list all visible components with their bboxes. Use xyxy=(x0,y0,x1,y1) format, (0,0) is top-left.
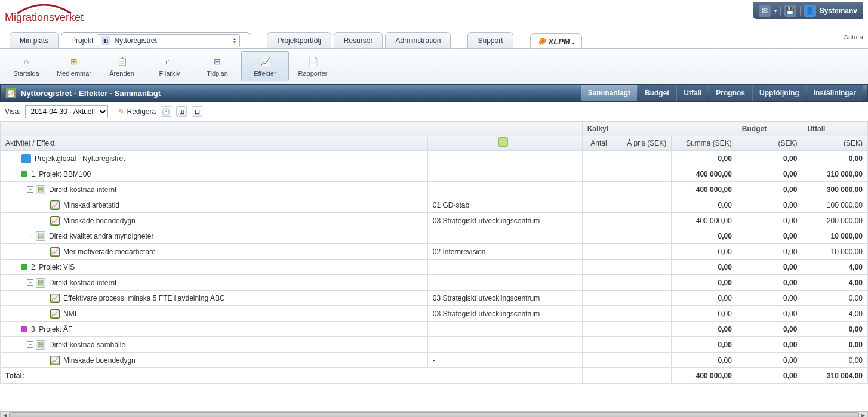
cell-value: 300 000,00 xyxy=(802,182,868,197)
row-dept xyxy=(427,322,582,337)
scroll-thumb[interactable] xyxy=(9,412,859,417)
chart-icon: 📈 xyxy=(50,216,60,226)
date-select[interactable]: 2014-04-30 - Aktuell xyxy=(25,105,108,118)
chart-icon: 📈 xyxy=(50,294,60,303)
cell-value xyxy=(612,260,672,275)
cell-value xyxy=(582,260,612,275)
subtab-utfall[interactable]: Utfall xyxy=(676,85,708,101)
cell-value: 400 000,00 xyxy=(672,213,737,228)
scroll-right-icon[interactable]: ▶ xyxy=(859,412,867,417)
mail-icon[interactable]: ✉ xyxy=(759,5,771,17)
tab-portfolj[interactable]: Projektportfölj xyxy=(267,32,331,48)
total-budget: 0,00 xyxy=(737,368,802,384)
chart-icon: 📈 xyxy=(50,247,60,257)
expand-toggle[interactable]: − xyxy=(13,171,19,177)
save-icon[interactable]: 💾 xyxy=(784,5,796,17)
total-summa: 400 000,00 xyxy=(672,368,737,384)
expand-toggle[interactable]: − xyxy=(27,341,33,348)
cell-value xyxy=(582,213,612,228)
subtab-installningar[interactable]: Inställningar xyxy=(807,85,863,101)
col-summa[interactable]: Summa (SEK) xyxy=(672,135,737,151)
total-utfall: 310 004,00 xyxy=(802,368,868,384)
col-utfall[interactable]: (SEK) xyxy=(802,135,868,151)
tab-min-plats[interactable]: Min plats xyxy=(10,32,59,48)
row-label: 2. Projekt VIS xyxy=(31,263,75,271)
expand-toggle[interactable]: − xyxy=(13,326,19,332)
cell-value xyxy=(582,291,612,306)
col-budget[interactable]: (SEK) xyxy=(737,135,802,151)
table-row[interactable]: −▤Direkt kostnad internt0,000,004,00 xyxy=(1,275,868,291)
cell-value: 0,00 xyxy=(672,197,737,213)
table-row[interactable]: −▤Direkt kvalitet andra myndigheter0,000… xyxy=(1,228,868,244)
cell-value: 400 000,00 xyxy=(672,166,737,182)
subtab-prognos[interactable]: Prognos xyxy=(709,85,752,101)
cell-value: 0,00 xyxy=(802,337,868,353)
chart-icon: 📈 xyxy=(50,356,60,365)
subtab-uppfoljning[interactable]: Uppföljning xyxy=(752,85,806,101)
toolbar-medlemmar[interactable]: ⊞Medlemmar xyxy=(50,51,98,81)
col-note[interactable] xyxy=(427,135,582,151)
archive-icon: 🗃 xyxy=(164,55,176,67)
expand-icon[interactable]: ⊞ xyxy=(176,106,187,117)
tab-support[interactable]: Support xyxy=(467,32,513,48)
row-dept: - xyxy=(427,353,582,368)
table-row[interactable]: 📈Mer motiverade medarbetare02 Internrevi… xyxy=(1,244,868,260)
toolbar-rapporter[interactable]: 📄Rapporter xyxy=(289,51,337,81)
history-icon[interactable]: 🕑 xyxy=(161,106,171,117)
col-antal[interactable]: Antal xyxy=(582,135,612,151)
scroll-left-icon[interactable]: ◀ xyxy=(1,412,9,417)
horizontal-scrollbar[interactable]: ◀ ▶ xyxy=(0,411,868,417)
project-selector[interactable]: ◧ Nyttoregistret ▴▾ xyxy=(97,34,240,47)
subtab-sammanlagt[interactable]: Sammanlagt xyxy=(581,85,637,101)
color-square-icon xyxy=(21,264,27,270)
toolbar-tidplan[interactable]: ⊟Tidplan xyxy=(193,51,241,81)
tab-projekt[interactable]: Projekt ◧ Nyttoregistret ▴▾ xyxy=(61,32,250,48)
table-row[interactable]: −2. Projekt VIS0,000,004,00 xyxy=(1,260,868,275)
expand-toggle[interactable]: − xyxy=(27,233,33,239)
toolbar-filarkiv[interactable]: 🗃Filarkiv xyxy=(146,51,193,81)
table-row[interactable]: −3. Projekt ÄF0,000,000,00 xyxy=(1,322,868,337)
table-row[interactable]: 📈Effektivare process: minska 5 FTE i avd… xyxy=(1,291,868,306)
table-row[interactable]: 📈Minskade boendedygn-0,000,000,00 xyxy=(1,353,868,368)
collapse-icon[interactable]: ⊟ xyxy=(192,106,202,117)
edit-button[interactable]: ✎Redigera xyxy=(118,107,156,116)
toolbar-startsida[interactable]: ⌂Startsida xyxy=(2,51,50,81)
tab-label: Projektportfölj xyxy=(277,36,321,45)
mail-dropdown-icon[interactable]: ▾ xyxy=(774,8,777,14)
user-label[interactable]: Systemanv xyxy=(820,7,857,15)
table-row[interactable]: 📈Minskade boendedygn03 Strategiskt utvec… xyxy=(1,213,868,228)
cell-value xyxy=(612,182,672,197)
table-row[interactable]: 🌐Projektglobal - Nyttoregistret0,000,000… xyxy=(1,151,868,166)
tab-resurser[interactable]: Resurser xyxy=(334,32,383,48)
expand-toggle[interactable]: − xyxy=(13,264,19,270)
doc-icon: ▤ xyxy=(36,340,45,350)
expand-toggle[interactable]: − xyxy=(27,186,33,193)
col-activity[interactable]: Aktivitet / Effekt xyxy=(1,135,428,151)
subtab-budget[interactable]: Budget xyxy=(638,85,676,101)
tab-admin[interactable]: Administration xyxy=(385,32,451,48)
btn-label: Startsida xyxy=(13,70,39,77)
toolbar-arenden[interactable]: 📋Ärenden xyxy=(98,51,146,81)
col-apris[interactable]: Á pris (SEK) xyxy=(612,135,672,151)
row-dept xyxy=(427,228,582,244)
cell-value xyxy=(582,306,612,322)
cell-value: 0,00 xyxy=(737,213,802,228)
cell-value xyxy=(612,197,672,213)
cell-value: 0,00 xyxy=(737,291,802,306)
table-row[interactable]: −▤Direkt kostnad samhälle0,000,000,00 xyxy=(1,337,868,353)
toolbar-effekter[interactable]: 📈Effekter xyxy=(241,51,289,81)
table-row[interactable]: −▤Direkt kostnad internt400 000,000,0030… xyxy=(1,182,868,197)
tab-label: Utfall xyxy=(684,89,701,97)
cell-value xyxy=(582,353,612,368)
note-icon xyxy=(498,137,508,147)
tab-xlpm[interactable]: ֍XLPM. xyxy=(530,33,583,48)
table-row[interactable]: 📈NMI03 Strategiskt utvecklingscentrum0,0… xyxy=(1,306,868,322)
tab-label: Budget xyxy=(645,89,669,97)
table-row[interactable]: 📈Minskad arbetstid01 GD-stab0,000,00100 … xyxy=(1,197,868,213)
cell-value: 0,00 xyxy=(672,353,737,368)
tab-label: Min plats xyxy=(20,36,48,45)
cell-value xyxy=(582,228,612,244)
cell-value xyxy=(582,275,612,291)
expand-toggle[interactable]: − xyxy=(27,279,33,286)
table-row[interactable]: −1. Projekt BBM100400 000,000,00310 000,… xyxy=(1,166,868,182)
